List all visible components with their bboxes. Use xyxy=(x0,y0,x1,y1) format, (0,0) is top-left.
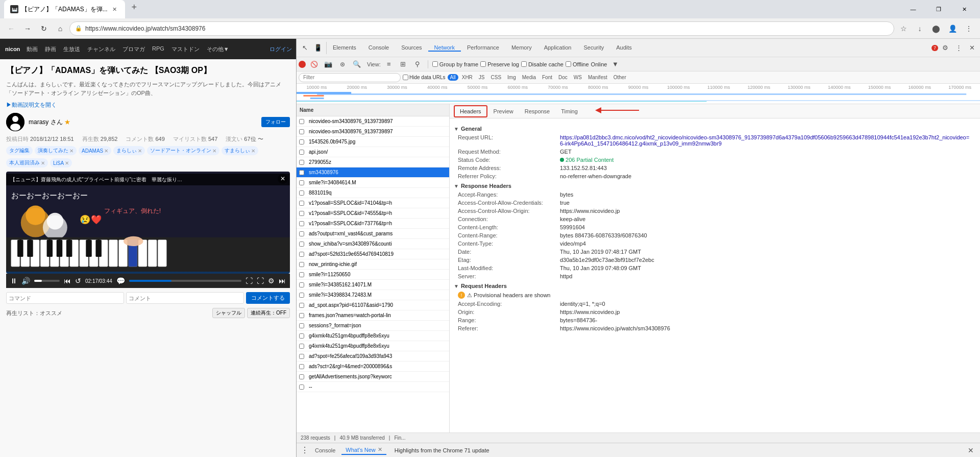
request-row[interactable]: api.json/ xyxy=(297,147,449,157)
tag-sumarasy[interactable]: すまらしぃ ✕ xyxy=(222,146,258,155)
request-row[interactable]: ads?output=xml_vast4&cust_params xyxy=(297,229,449,239)
close-popup-button[interactable]: ✕ xyxy=(278,174,288,184)
tab-close-button[interactable]: ✕ xyxy=(111,5,119,13)
request-row[interactable]: smile?i=11250650 xyxy=(297,270,449,280)
filter-input[interactable] xyxy=(299,73,401,82)
play-pause-button[interactable]: ⏸ xyxy=(10,277,17,285)
search-icon[interactable]: 🔍 xyxy=(351,58,363,70)
filter-img-button[interactable]: Img xyxy=(505,74,519,81)
request-checkbox-input[interactable] xyxy=(299,150,304,155)
request-row[interactable]: frames.json?names=watch-portal-lin xyxy=(297,310,449,321)
close-button[interactable]: ✕ xyxy=(952,1,976,17)
request-row[interactable]: ad_spot.aspx?pid=61107&asid=1790 xyxy=(297,300,449,310)
tab-application[interactable]: Application xyxy=(538,44,578,52)
tab-headers[interactable]: Headers xyxy=(454,105,487,117)
fullscreen-button[interactable]: ⛶ xyxy=(257,277,264,285)
whats-new-tab[interactable]: What's New ✕ xyxy=(341,445,386,455)
view-filter-icon[interactable]: ⚲ xyxy=(411,58,424,70)
close-whats-new-button[interactable]: ✕ xyxy=(378,446,382,453)
filter-css-button[interactable]: CSS xyxy=(488,74,504,81)
nav-video[interactable]: 動画 xyxy=(23,43,41,55)
request-row[interactable]: v1?posall=SSPLOC&id=73776&tp=h xyxy=(297,219,449,229)
request-row[interactable]: -- xyxy=(297,382,449,392)
author-name[interactable]: marasy さん ★ xyxy=(29,118,257,127)
disable-cache-input[interactable] xyxy=(521,61,527,67)
offline-input[interactable] xyxy=(566,61,571,67)
new-tab-button[interactable]: + xyxy=(127,0,141,14)
tag-edit[interactable]: タグ編集 xyxy=(6,146,33,155)
request-checkbox-input[interactable] xyxy=(299,231,304,236)
request-checkbox-input[interactable] xyxy=(299,180,304,185)
bookmark-icon[interactable]: ☆ xyxy=(896,21,911,36)
next-button[interactable]: ⏭ xyxy=(279,277,286,285)
request-checkbox-input[interactable] xyxy=(299,262,304,267)
devtools-close-icon[interactable]: ✕ xyxy=(966,42,978,54)
theater-button[interactable]: ⛶ xyxy=(246,277,253,285)
request-headers-section-header[interactable]: ▼ Request Headers xyxy=(454,283,976,289)
request-row[interactable]: show_ichiba?v=sm34308976&counti xyxy=(297,239,449,249)
progress-bar[interactable] xyxy=(129,280,241,282)
tag-adamas[interactable]: ADAMAS ✕ xyxy=(79,146,111,155)
follow-button[interactable]: フォロー xyxy=(261,117,290,127)
tag-lisa[interactable]: LiSA ✕ xyxy=(50,158,72,167)
filter-font-button[interactable]: Font xyxy=(540,74,555,81)
hide-data-urls-checkbox[interactable]: Hide data URLs xyxy=(403,75,446,80)
submit-comment-button[interactable]: コメントする xyxy=(246,292,290,304)
filter-other-button[interactable]: Other xyxy=(611,74,629,81)
disable-cache-checkbox[interactable]: Disable cache xyxy=(521,61,564,67)
back-button[interactable]: ← xyxy=(4,21,18,36)
request-row[interactable]: 2799055z xyxy=(297,157,449,167)
general-section-header[interactable]: ▼ General xyxy=(454,126,976,132)
clear-button[interactable]: 🚫 xyxy=(308,58,320,70)
request-row[interactable]: getAllAdvertisements.jsonp?keyworc xyxy=(297,372,449,382)
request-row[interactable]: ad?spot=fe256afecaf109a3d93fa943 xyxy=(297,351,449,362)
tab-response[interactable]: Response xyxy=(520,106,555,116)
record-button[interactable] xyxy=(299,61,306,68)
request-row[interactable]: sm34308976 xyxy=(297,167,449,178)
request-checkbox-input[interactable] xyxy=(299,160,304,165)
online-dropdown-icon[interactable]: ▼ xyxy=(609,58,621,70)
group-by-frame-input[interactable] xyxy=(432,61,438,67)
devtools-more-icon[interactable]: ⋮ xyxy=(952,42,965,54)
request-row[interactable]: v1?posall=SSPLOC&id=74555&tp=h xyxy=(297,208,449,219)
filter-icon[interactable]: ⊛ xyxy=(336,58,349,70)
request-checkbox-input[interactable] xyxy=(299,384,304,390)
request-checkbox-input[interactable] xyxy=(299,344,304,349)
filter-manifest-button[interactable]: Manifest xyxy=(585,74,610,81)
comment-toggle[interactable]: 💬 xyxy=(116,277,125,285)
maximize-button[interactable]: ❐ xyxy=(927,1,950,17)
comment-text-input[interactable] xyxy=(126,292,244,304)
filter-media-button[interactable]: Media xyxy=(520,74,538,81)
request-checkbox-input[interactable] xyxy=(299,119,304,124)
tag-sao[interactable]: ソードアート・オンライン ✕ xyxy=(147,146,219,155)
home-button[interactable]: ⌂ xyxy=(53,21,67,36)
request-row[interactable]: g4ixmk4tu251gm4bpudffp8e8x6xyu xyxy=(297,331,449,341)
request-checkbox-input[interactable] xyxy=(299,293,304,298)
offline-checkbox[interactable]: Offline xyxy=(566,61,589,67)
request-checkbox-input[interactable] xyxy=(299,221,304,226)
request-checkbox-input[interactable] xyxy=(299,242,304,247)
filter-xhr-button[interactable]: XHR xyxy=(459,74,475,81)
volume-slider[interactable] xyxy=(34,280,60,282)
read-more-link[interactable]: ▶動画説明文を開く xyxy=(6,101,290,109)
tab-security[interactable]: Security xyxy=(577,44,610,52)
nav-live[interactable]: 生放送 xyxy=(60,43,83,55)
request-checkbox-input[interactable] xyxy=(299,333,304,339)
filter-all-button[interactable]: All xyxy=(448,74,458,81)
tab-console[interactable]: Console xyxy=(362,44,395,52)
tag-marasy[interactable]: まらしぃ ✕ xyxy=(113,146,145,155)
view-large-icon[interactable]: ⊞ xyxy=(397,58,409,70)
request-checkbox-input[interactable] xyxy=(299,313,304,318)
auto-play-button[interactable]: 連続再生：OFF xyxy=(247,308,290,318)
request-row[interactable]: smile?i=34398834.72483.M xyxy=(297,290,449,300)
tag-honninkaijun[interactable]: 本人巡回済み ✕ xyxy=(6,158,48,167)
request-checkbox-input[interactable] xyxy=(299,170,304,175)
chrome-icon[interactable]: ⬤ xyxy=(929,21,943,36)
tag-performance[interactable]: 演奏してみた ✕ xyxy=(35,146,77,155)
login-button[interactable]: ログイン xyxy=(270,45,292,53)
hide-data-urls-input[interactable] xyxy=(403,75,408,80)
filter-ws-button[interactable]: WS xyxy=(571,74,584,81)
request-row[interactable]: sessions?_format=json xyxy=(297,321,449,331)
tab-memory[interactable]: Memory xyxy=(505,44,538,52)
request-checkbox-input[interactable] xyxy=(299,303,304,308)
